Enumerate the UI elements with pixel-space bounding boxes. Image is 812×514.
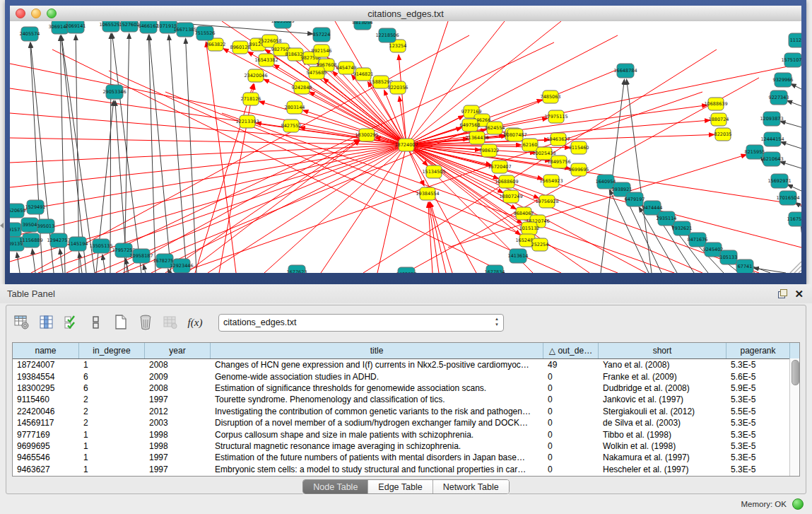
- column-header-year[interactable]: year: [145, 343, 211, 358]
- graph-node-label: 15720407: [488, 164, 511, 170]
- column-header-short[interactable]: short: [599, 343, 726, 358]
- close-panel-icon[interactable]: ✕: [794, 288, 804, 299]
- table-row[interactable]: 946554611997Estimation of the future num…: [13, 452, 799, 463]
- graph-node-label: 1640954: [596, 179, 616, 185]
- graph-node-label: 39504: [23, 222, 37, 228]
- graph-node-label: 12923446: [170, 263, 193, 269]
- graph-node-label: 1145194: [68, 241, 88, 247]
- column-header-name[interactable]: name: [13, 343, 79, 358]
- resize-grip[interactable]: [790, 262, 801, 273]
- graph-node-label: 15692971: [767, 178, 791, 184]
- graph-node-label: 252254: [531, 242, 549, 247]
- cytoscape-app: { "window": { "title": "citations_edges.…: [0, 0, 812, 514]
- table-row[interactable]: 946362711997Embryonic stem cells: a mode…: [13, 464, 799, 475]
- vertical-scrollbar[interactable]: [789, 358, 799, 476]
- network-window-titlebar[interactable]: citations_edges.txt: [10, 6, 801, 22]
- graph-node-label: 8921546: [312, 48, 332, 54]
- function-builder-icon[interactable]: f(x): [187, 314, 204, 331]
- graph-node-label: 8813054: [353, 21, 373, 25]
- table-row[interactable]: 1872400712008Changes of HCN gene express…: [13, 359, 799, 370]
- tab-network-table[interactable]: Network Table: [433, 480, 509, 493]
- graph-node-label: 16210643: [760, 156, 783, 162]
- cell-pagerank: 5.6E-5: [726, 372, 790, 382]
- cell-name: 14569117: [13, 418, 79, 428]
- table-settings-icon[interactable]: [13, 314, 30, 331]
- graph-node-label: 21364436: [465, 135, 488, 141]
- table-row[interactable]: 2242004622012Investigating the contribut…: [13, 406, 799, 417]
- show-columns-icon[interactable]: [38, 314, 55, 331]
- memory-status-icon[interactable]: [792, 498, 804, 510]
- cell-in_degree: 2: [79, 418, 145, 428]
- graph-node-label: 17957255: [112, 247, 135, 253]
- cell-name: 18300295: [13, 383, 79, 393]
- graph-node-label: 8454749: [336, 65, 357, 71]
- cell-in_degree: 1: [79, 360, 145, 370]
- graph-node-label: 18300295: [355, 132, 378, 138]
- graph-node-label: 16671385: [173, 27, 196, 33]
- cell-in_degree: 2: [79, 395, 145, 404]
- graph-node-label: 2935114: [657, 216, 677, 221]
- graph-node-label: 1529491: [25, 204, 46, 210]
- cell-short: Stergiakouli et al. (2012): [599, 407, 726, 416]
- scrollbar-thumb[interactable]: [792, 360, 799, 385]
- column-header-title[interactable]: title: [211, 343, 543, 358]
- table-selector-dropdown[interactable]: citations_edges.txt ▲▼: [218, 314, 504, 332]
- cell-short: de Silva et al. (2003): [599, 418, 726, 428]
- graph-node-label: 2069141: [66, 23, 86, 29]
- cell-year: 2012: [145, 407, 211, 416]
- graph-node-label: 105133: [720, 255, 738, 260]
- status-bar: Memory: OK: [0, 494, 812, 514]
- graph-node-label: 12218506: [375, 33, 399, 38]
- cell-out_de: 0: [543, 407, 599, 416]
- network-canvas[interactable]: 7663822896012889129325226058982750516543…: [10, 21, 801, 273]
- graph-edge: [169, 35, 187, 273]
- graph-node-label: 6479197: [625, 197, 645, 202]
- cell-year: 2003: [145, 418, 211, 428]
- table-row[interactable]: 911546021997Tourette syndrome. Phenomeno…: [13, 394, 799, 405]
- graph-node-label: 16648784: [613, 68, 637, 74]
- table-row[interactable]: 1938455462009Genome-wide association stu…: [13, 370, 799, 382]
- new-document-icon[interactable]: [112, 314, 129, 331]
- cell-out_de: 0: [543, 395, 599, 404]
- graph-node-label: 6497568: [460, 122, 481, 128]
- graph-node-label: 16543382: [254, 57, 278, 63]
- side-panel-collapse-handle[interactable]: [0, 223, 4, 228]
- cell-in_degree: 6: [79, 372, 145, 382]
- cell-year: 1997: [145, 395, 211, 404]
- graph-node-label: 17016504: [776, 195, 799, 201]
- cell-name: 9465546: [13, 452, 79, 462]
- graph-edge: [10, 145, 406, 237]
- table-row[interactable]: 1830029562008Estimation of significance …: [13, 382, 799, 394]
- graph-node-label: 7515526: [195, 30, 216, 36]
- graph-edge: [780, 162, 801, 168]
- delete-rows-trash-icon[interactable]: [137, 314, 154, 331]
- cell-out_de: 0: [543, 465, 599, 474]
- merge-rows-icon[interactable]: [88, 314, 105, 331]
- table-row[interactable]: 969969511998Structural magnetic resonanc…: [13, 440, 799, 452]
- graph-node-label: 9242848: [292, 85, 312, 90]
- select-rows-icon[interactable]: [63, 314, 80, 331]
- column-header-pagerank[interactable]: pagerank: [726, 343, 790, 358]
- table-row[interactable]: 1456911722003Disruption of a novel membe…: [13, 417, 799, 428]
- table-row[interactable]: 977716911998Corpus callosum shape and si…: [13, 428, 799, 440]
- float-panel-icon[interactable]: [778, 289, 787, 298]
- column-header-in_degree[interactable]: in_degree: [79, 343, 145, 358]
- graph-edge: [208, 145, 406, 273]
- cell-out_de: 0: [543, 441, 599, 451]
- cell-pagerank: 5.3E-5: [726, 418, 790, 428]
- column-header-out_de[interactable]: △ out_de…: [543, 343, 599, 358]
- graph-edge: [148, 35, 155, 273]
- graph-node-label: 822035: [714, 132, 732, 137]
- cell-title: Embryonic stem cells: a model to study s…: [211, 465, 543, 474]
- graph-edge: [79, 253, 82, 273]
- cell-year: 1998: [145, 441, 211, 451]
- tab-node-table[interactable]: Node Table: [303, 480, 368, 493]
- tab-edge-table[interactable]: Edge Table: [368, 480, 433, 493]
- cell-pagerank: 5.3E-5: [726, 360, 790, 370]
- graph-node-label: 1015132: [519, 226, 540, 231]
- cell-year: 2008: [145, 360, 211, 370]
- graph-edge: [792, 84, 801, 89]
- cell-name: 22420046: [13, 407, 79, 416]
- dropdown-stepper-icon: ▲▼: [495, 316, 499, 327]
- graph-node-label: 7485063: [541, 94, 561, 100]
